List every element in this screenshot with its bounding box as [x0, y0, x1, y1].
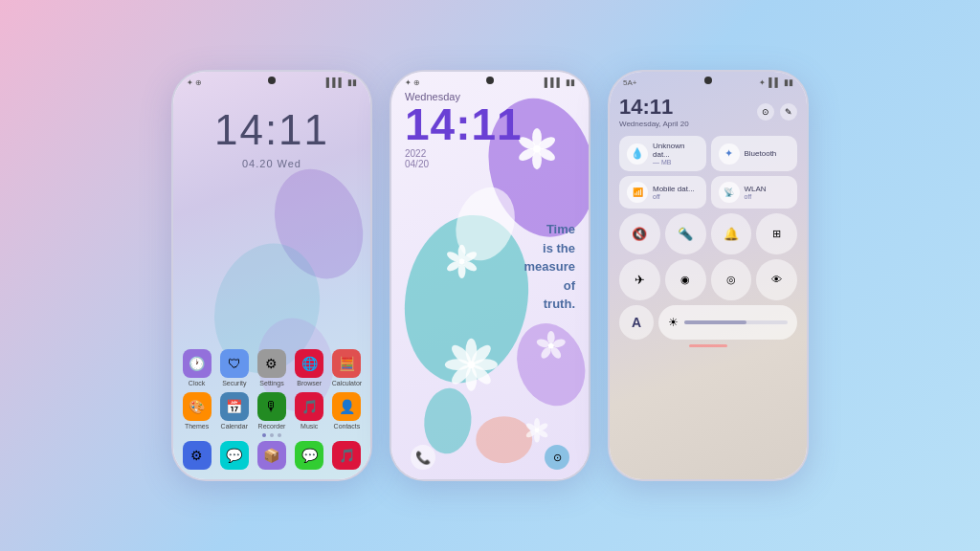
calculator-label: Calculator — [332, 380, 363, 386]
cc-tile-bluetooth[interactable]: ✦ Bluetooth — [711, 136, 798, 171]
app-music[interactable]: 🎵 Music — [294, 392, 325, 430]
status-icons-2: ▌▌▌ ▮▮ — [545, 77, 575, 87]
app-calendar[interactable]: 📅 Calendar — [218, 392, 250, 430]
cc-btn-location[interactable]: ◎ — [711, 259, 752, 300]
cc-tile-wlan-text: WLAN off — [745, 185, 767, 200]
svg-point-22 — [459, 258, 465, 264]
cc-bottom-tiles: 📶 Mobile dat... off 📡 WLAN off — [619, 176, 797, 209]
cc-tile-mobile[interactable]: 📶 Mobile dat... off — [619, 176, 706, 209]
dot-2 — [270, 433, 274, 437]
cc-tile-mobile-text: Mobile dat... off — [653, 185, 695, 200]
tile-mobile-sub: off — [653, 193, 695, 200]
tile-data-sub: — MB — [653, 159, 699, 165]
app-misc2[interactable]: 💬 — [218, 441, 250, 470]
svg-point-15 — [533, 145, 541, 153]
battery-icon-2: ▮▮ — [566, 77, 575, 87]
cc-a-button[interactable]: A — [619, 305, 654, 340]
lockscreen-screen: ✦ ⊕ ▌▌▌ ▮▮ 14:11 04.20 Wed — [173, 72, 370, 479]
themes-label: Themes — [185, 423, 209, 430]
page-dots — [181, 433, 363, 437]
app-calculator[interactable]: 🧮 Calculator — [331, 349, 363, 386]
app-security[interactable]: 🛡 Security — [218, 349, 250, 386]
wallpaper-clock: 14:11 — [405, 102, 523, 146]
misc3-icon: 📦 — [257, 441, 286, 470]
brightness-fill — [684, 320, 746, 324]
cc-btn-flashlight[interactable]: 🔦 — [665, 213, 706, 254]
cc-header-icons: ⊙ ✎ — [757, 103, 797, 121]
cc-brightness-slider[interactable]: ☀ — [658, 305, 797, 340]
app-clock[interactable]: 🕐 Clock — [181, 349, 212, 386]
cc-btn-focus[interactable]: ◉ — [665, 259, 706, 300]
cc-edit-icon[interactable]: ✎ — [780, 103, 797, 121]
wallpaper-time: Wednesday 14:11 2022 04/20 — [405, 91, 523, 169]
cc-bottom-row: A ☀ — [619, 305, 797, 340]
app-grid-row1: 🕐 Clock 🛡 Security ⚙ Settings 🌐 Browser … — [181, 349, 363, 386]
app-settings[interactable]: ⚙ Settings — [256, 349, 287, 386]
quote-line4: of — [524, 276, 575, 295]
wallpaper-date: 04/20 — [405, 159, 523, 169]
call-icon[interactable]: 📞 — [411, 445, 435, 470]
app-contacts[interactable]: 👤 Contacts — [331, 392, 363, 430]
battery-icon-3: ▮▮ — [784, 77, 793, 87]
svg-point-44 — [535, 428, 540, 432]
app-browser[interactable]: 🌐 Browser — [294, 349, 325, 386]
status-bt-icon: ✦ ⊕ — [405, 78, 420, 87]
quote-line2: is the — [524, 238, 575, 257]
cc-tile-wlan[interactable]: 📡 WLAN off — [711, 176, 798, 209]
camera-dot — [268, 77, 276, 84]
app-themes[interactable]: 🎨 Themes — [181, 392, 212, 430]
app-misc1[interactable]: ⚙ — [181, 441, 212, 470]
misc5-icon: 🎵 — [332, 441, 361, 470]
recorder-icon: 🎙 — [257, 392, 286, 421]
security-label: Security — [222, 380, 246, 386]
camera-dot-2 — [486, 77, 494, 84]
cc-tile-data[interactable]: 💧 Unknown dat... — MB — [619, 136, 706, 171]
calendar-label: Calendar — [221, 423, 248, 430]
calendar-icon: 📅 — [220, 392, 249, 421]
app-misc3[interactable]: 📦 — [256, 441, 287, 470]
app-recorder[interactable]: 🎙 Recorder — [256, 392, 287, 430]
cc-btn-screen[interactable]: ⊞ — [756, 213, 797, 254]
quote-line5: truth. — [524, 295, 575, 314]
lock-time: 14:11 — [214, 106, 329, 154]
brightness-bar — [684, 320, 788, 324]
signal-icon-2: ▌▌▌ — [545, 77, 563, 87]
app-misc4[interactable]: 💬 — [294, 441, 325, 470]
wallpaper-screen: ✦ ⊕ ▌▌▌ ▮▮ — [391, 72, 589, 479]
cc-btn-airplane[interactable]: ✈ — [619, 259, 660, 300]
lockscreen-content: 14:11 04.20 Wed — [173, 89, 370, 169]
bluetooth-tile-icon: ✦ — [719, 143, 740, 165]
camera-shortcut-icon[interactable]: ⊙ — [545, 445, 569, 470]
camera-dot-3 — [704, 77, 712, 84]
cc-content: 14:11 Wednesday, April 20 ⊙ ✎ 💧 Unknown … — [610, 89, 807, 353]
misc4-icon: 💬 — [295, 441, 323, 470]
cc-btn-eye[interactable]: 👁 — [756, 259, 797, 300]
wlan-icon: 📡 — [719, 182, 740, 203]
settings-icon: ⚙ — [257, 349, 286, 378]
calculator-icon: 🧮 — [332, 349, 361, 378]
data-icon: 💧 — [627, 143, 648, 165]
phone-control-center: 5A+ ✦ ▌▌ ▮▮ 14:11 Wednesday, April 20 ⊙ … — [608, 70, 809, 481]
contacts-icon: 👤 — [332, 392, 361, 421]
quote-line3: measure — [524, 257, 575, 276]
status-plus: 5A+ — [623, 78, 636, 87]
recorder-label: Recorder — [258, 423, 286, 430]
app-dock: 🕐 Clock 🛡 Security ⚙ Settings 🌐 Browser … — [173, 342, 370, 479]
cc-btn-bell[interactable]: 🔔 — [711, 213, 752, 254]
cc-tile-bt-text: Bluetooth — [745, 149, 777, 158]
tile-bt-label: Bluetooth — [745, 149, 777, 158]
dot-3 — [278, 433, 281, 437]
svg-point-28 — [548, 343, 554, 349]
cc-btn-volume[interactable]: 🔇 — [619, 213, 660, 254]
app-misc5[interactable]: 🎵 — [331, 441, 363, 470]
cc-button-row2: ✈ ◉ ◎ 👁 — [619, 259, 797, 300]
cc-button-row1: 🔇 🔦 🔔 ⊞ — [619, 213, 797, 254]
cc-settings-icon[interactable]: ⊙ — [757, 103, 774, 121]
signal-icon: ▌▌▌ — [326, 77, 345, 87]
cc-date: Wednesday, April 20 — [619, 120, 689, 128]
mobile-icon: 📶 — [627, 182, 648, 203]
status-bar-1: ✦ ⊕ ▌▌▌ ▮▮ — [173, 72, 370, 89]
cc-top-tiles: 💧 Unknown dat... — MB ✦ Bluetooth — [619, 136, 797, 171]
signal-icon-3: ▌▌ — [768, 77, 781, 87]
misc2-icon: 💬 — [220, 441, 249, 470]
